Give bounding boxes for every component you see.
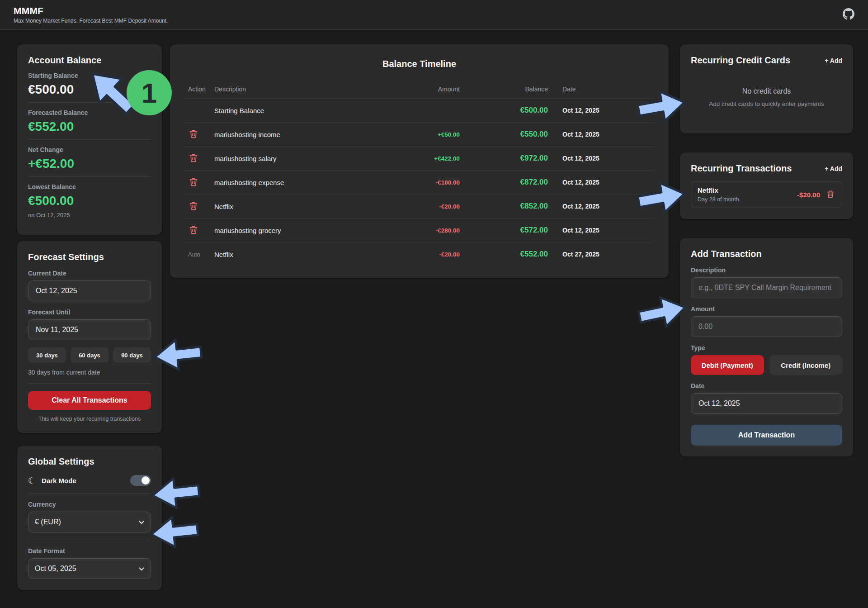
date-format-selected-value: Oct 05, 2025 bbox=[35, 565, 76, 573]
add-recurring-transaction-button[interactable]: + Add bbox=[825, 165, 842, 172]
center-column: Balance Timeline Action Description Amou… bbox=[170, 44, 669, 278]
left-column: Account Balance Starting Balance €500.00… bbox=[17, 44, 162, 590]
dark-mode-label: Dark Mode bbox=[42, 477, 130, 484]
github-link[interactable] bbox=[843, 8, 854, 21]
trash-icon bbox=[189, 177, 198, 188]
delete-transaction-button[interactable] bbox=[188, 152, 199, 165]
row-date: Oct 12, 2025 bbox=[548, 107, 654, 114]
balance-label: Net Change bbox=[28, 146, 151, 153]
trash-icon bbox=[189, 129, 198, 140]
range-60-days-button[interactable]: 60 days bbox=[71, 347, 108, 363]
date-label: Date bbox=[691, 382, 842, 390]
type-credit-button[interactable]: Credit (Income) bbox=[769, 355, 843, 375]
app-identity: MMMF Max Money Market Funds. Forecast Be… bbox=[14, 5, 168, 24]
divider bbox=[28, 493, 151, 494]
row-date: Oct 12, 2025 bbox=[548, 203, 654, 210]
row-action-cell bbox=[184, 152, 214, 165]
chevron-down-icon bbox=[139, 565, 144, 573]
date-format-label: Date Format bbox=[28, 547, 151, 555]
balance-label: Forecasted Balance bbox=[28, 109, 151, 116]
recurring-item-schedule: Day 28 of month bbox=[698, 196, 739, 203]
amount-input[interactable] bbox=[691, 316, 842, 337]
table-row: Netflix -€20.00 €852.00 Oct 12, 2025 bbox=[184, 194, 654, 218]
type-debit-button[interactable]: Debit (Payment) bbox=[691, 355, 764, 375]
forecasted-balance-value: €552.00 bbox=[28, 119, 151, 134]
app-title: MMMF bbox=[14, 5, 168, 16]
trash-icon bbox=[189, 225, 198, 236]
row-description: mariushosting grocery bbox=[214, 227, 358, 234]
row-description: mariushosting income bbox=[214, 131, 358, 138]
balance-label: Lowest Balance bbox=[28, 183, 151, 190]
row-action-cell bbox=[184, 176, 214, 189]
range-note: 30 days from current date bbox=[28, 369, 151, 376]
account-balance-title: Account Balance bbox=[28, 55, 151, 66]
row-balance: €550.00 bbox=[460, 130, 548, 139]
row-amount: +€50.00 bbox=[358, 131, 460, 138]
forecast-until-label: Forecast Until bbox=[28, 309, 151, 316]
card-header: Recurring Transactions + Add bbox=[691, 163, 842, 174]
column-header-action: Action bbox=[184, 86, 214, 93]
clear-all-transactions-button[interactable]: Clear All Transactions bbox=[28, 391, 151, 410]
starting-balance-value: €500.00 bbox=[28, 82, 151, 97]
add-transaction-title: Add Transaction bbox=[691, 249, 842, 259]
row-date: Oct 12, 2025 bbox=[548, 131, 654, 138]
current-date-label: Current Date bbox=[28, 270, 151, 277]
row-description: Netflix bbox=[214, 203, 358, 210]
row-balance: €872.00 bbox=[460, 178, 548, 187]
empty-state-subtitle: Add credit cards to quickly enter paymen… bbox=[691, 100, 842, 107]
delete-transaction-button[interactable] bbox=[188, 128, 199, 141]
global-settings-card: Global Settings ☾ Dark Mode Currency € (… bbox=[17, 446, 162, 590]
divider bbox=[28, 383, 151, 384]
divider bbox=[28, 540, 151, 540]
add-transaction-button[interactable]: Add Transaction bbox=[691, 425, 842, 446]
recurring-credit-cards-title: Recurring Credit Cards bbox=[691, 55, 790, 66]
type-button-group: Debit (Payment) Credit (Income) bbox=[691, 355, 842, 375]
account-balance-card: Account Balance Starting Balance €500.00… bbox=[17, 44, 162, 235]
delete-recurring-button[interactable] bbox=[826, 189, 835, 200]
list-item: Netflix Day 28 of month -$20.00 bbox=[691, 181, 842, 208]
table-row: mariushosting grocery -€280.00 €572.00 O… bbox=[184, 218, 654, 242]
delete-transaction-button[interactable] bbox=[188, 224, 199, 237]
net-change-item: Net Change +€52.00 bbox=[28, 140, 151, 177]
current-date-input[interactable] bbox=[28, 280, 151, 301]
description-input[interactable] bbox=[691, 277, 842, 298]
lowest-balance-date: on Oct 12, 2025 bbox=[28, 212, 151, 218]
delete-transaction-button[interactable] bbox=[188, 200, 199, 213]
range-90-days-button[interactable]: 90 days bbox=[113, 347, 151, 363]
table-row: mariushosting income +€50.00 €550.00 Oct… bbox=[184, 122, 654, 146]
row-date: Oct 12, 2025 bbox=[548, 155, 654, 162]
dark-mode-toggle[interactable] bbox=[130, 475, 151, 486]
currency-label: Currency bbox=[28, 501, 151, 508]
row-amount: -€20.00 bbox=[358, 203, 460, 210]
transaction-date-input[interactable] bbox=[691, 393, 842, 414]
description-label: Description bbox=[691, 266, 842, 274]
lowest-balance-item: Lowest Balance €500.00 on Oct 12, 2025 bbox=[28, 177, 151, 224]
card-header: Recurring Credit Cards + Add bbox=[691, 55, 842, 66]
row-description: mariushosting expense bbox=[214, 179, 358, 186]
recurring-item-info: Netflix Day 28 of month bbox=[698, 186, 739, 203]
row-balance: €972.00 bbox=[460, 154, 548, 163]
app-root: MMMF Max Money Market Funds. Forecast Be… bbox=[0, 0, 868, 608]
moon-icon: ☾ bbox=[28, 476, 36, 485]
delete-transaction-button[interactable] bbox=[188, 176, 199, 189]
row-balance: €572.00 bbox=[460, 226, 548, 235]
range-30-days-button[interactable]: 30 days bbox=[28, 347, 66, 363]
currency-select[interactable]: € (EUR) bbox=[28, 512, 151, 532]
row-date: Oct 27, 2025 bbox=[548, 251, 654, 258]
amount-label: Amount bbox=[691, 305, 842, 313]
recurring-item-amount: -$20.00 bbox=[797, 191, 820, 199]
trash-icon bbox=[189, 201, 198, 212]
table-row: mariushosting salary +€422.00 €972.00 Oc… bbox=[184, 146, 654, 170]
row-balance: €500.00 bbox=[460, 106, 548, 115]
forecasted-balance-item: Forecasted Balance €552.00 bbox=[28, 103, 151, 140]
forecast-until-input[interactable] bbox=[28, 319, 151, 340]
column-header-description: Description bbox=[214, 86, 358, 93]
add-credit-card-button[interactable]: + Add bbox=[825, 57, 842, 64]
forecast-settings-title: Forecast Settings bbox=[28, 252, 151, 262]
empty-state-title: No credit cards bbox=[691, 87, 842, 95]
table-row: Starting Balance €500.00 Oct 12, 2025 bbox=[184, 98, 654, 122]
date-format-select[interactable]: Oct 05, 2025 bbox=[28, 558, 151, 579]
net-change-value: +€52.00 bbox=[28, 157, 151, 171]
row-date: Oct 12, 2025 bbox=[548, 227, 654, 234]
recurring-item-name: Netflix bbox=[698, 186, 739, 194]
